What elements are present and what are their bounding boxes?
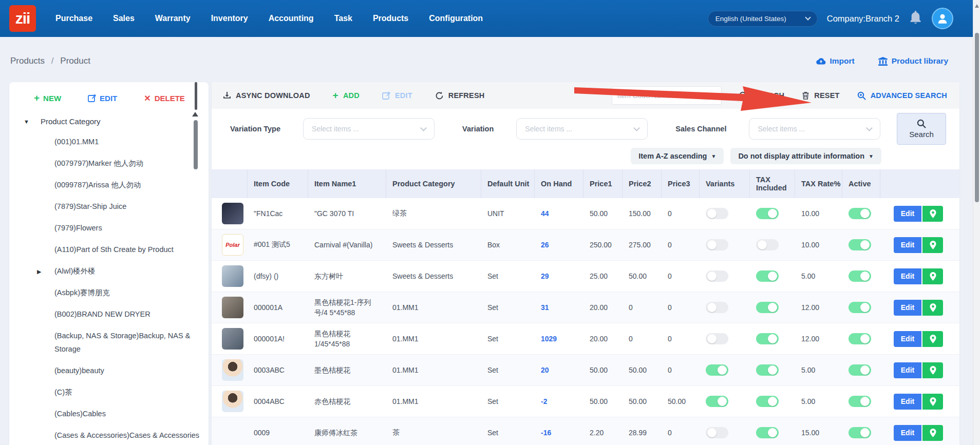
new-category-button[interactable]: + NEW — [34, 92, 61, 104]
category-item-asbpk[interactable]: (Asbpk)赛博朋克 — [54, 282, 201, 303]
scrollbar-handle[interactable] — [975, 33, 979, 202]
product-library-button[interactable]: Product library — [878, 56, 948, 66]
tax-included-toggle-on[interactable] — [756, 333, 779, 344]
language-select[interactable]: English (United States) — [708, 11, 818, 27]
variants-toggle-on[interactable] — [706, 396, 728, 407]
active-toggle-on[interactable] — [849, 427, 871, 438]
location-button[interactable] — [922, 362, 943, 378]
variation-type-select[interactable]: Select items ... — [303, 118, 435, 140]
edit-row-button[interactable]: Edit — [894, 300, 921, 316]
active-toggle-on[interactable] — [849, 239, 871, 250]
category-item-7879-star-ship-juice[interactable]: (7879)Star-Ship Juice — [54, 196, 201, 217]
category-item-cables-cables[interactable]: (Cables)Cables — [54, 403, 201, 424]
location-button[interactable] — [922, 237, 943, 253]
category-item-cases-accessories-cases-accessories[interactable]: (Cases & Accessories)Cases & Accessories — [54, 424, 201, 445]
category-item-b002-brand-new-dryer[interactable]: (B002)BRAND NEW DRYER — [54, 303, 201, 325]
tax-included-toggle-on[interactable] — [756, 396, 779, 407]
active-toggle-on[interactable] — [849, 302, 871, 313]
window-scrollbar[interactable] — [973, 0, 980, 445]
on-hand-link[interactable]: -2 — [541, 397, 547, 405]
category-item-beauty-beauty[interactable]: (beauty)beauty — [54, 360, 201, 381]
variants-toggle-on[interactable] — [706, 364, 728, 376]
category-item-0099787-arissa[interactable]: (0099787)Arissa 他人勿动 — [54, 174, 201, 196]
on-hand-link[interactable]: 29 — [541, 272, 549, 280]
reset-button[interactable]: RESET — [802, 91, 839, 100]
active-toggle-on[interactable] — [849, 333, 871, 344]
caret-down-icon[interactable]: ▼ — [24, 119, 29, 125]
active-toggle-on[interactable] — [849, 396, 871, 407]
edit-row-button[interactable]: Edit — [894, 425, 921, 441]
nav-item-sales[interactable]: Sales — [113, 14, 135, 23]
nav-item-configuration[interactable]: Configuration — [429, 14, 483, 23]
user-avatar[interactable] — [932, 8, 953, 29]
sales-channel-select[interactable]: Select items ... — [749, 118, 880, 140]
nav-item-task[interactable]: Task — [334, 14, 352, 23]
nav-item-accounting[interactable]: Accounting — [269, 14, 314, 23]
edit-product-button[interactable]: EDIT — [382, 91, 412, 100]
category-item-backup-nas-storage-backup-nas-storage[interactable]: (Backup, NAS & Storage)Backup, NAS & Sto… — [54, 325, 201, 360]
refresh-button[interactable]: REFRESH — [435, 91, 485, 100]
app-logo[interactable]: zii — [9, 5, 36, 32]
location-button[interactable] — [922, 268, 943, 284]
category-item-c[interactable]: (C)茶 — [54, 381, 201, 403]
notifications-bell-icon[interactable] — [909, 10, 922, 27]
variants-toggle-off[interactable] — [706, 208, 728, 219]
edit-row-button[interactable]: Edit — [894, 268, 921, 284]
location-button[interactable] — [922, 425, 943, 441]
active-toggle-on[interactable] — [849, 364, 871, 376]
category-item-7979-flowers[interactable]: (7979)Flowers — [54, 217, 201, 239]
on-hand-link[interactable]: 20 — [541, 366, 549, 374]
caret-right-icon[interactable]: ▶ — [37, 265, 41, 278]
location-button[interactable] — [922, 300, 943, 316]
variants-toggle-off[interactable] — [706, 333, 728, 344]
nav-item-products[interactable]: Products — [373, 14, 408, 23]
nav-item-warranty[interactable]: Warranty — [155, 14, 191, 23]
on-hand-link[interactable]: 26 — [541, 241, 549, 249]
nav-item-inventory[interactable]: Inventory — [211, 14, 248, 23]
sidebar-scrollbar-top[interactable] — [195, 82, 197, 110]
location-button[interactable] — [922, 206, 943, 222]
category-item-001-01-mm1[interactable]: (001)01.MM1 — [54, 131, 201, 152]
tax-included-toggle-on[interactable] — [756, 364, 779, 376]
attribute-display-dropdown[interactable]: Do not display attribute information ▼ — [730, 148, 881, 164]
variation-select[interactable]: Select items ... — [516, 118, 648, 140]
add-product-button[interactable]: + ADD — [333, 90, 360, 101]
edit-row-button[interactable]: Edit — [894, 394, 921, 410]
sidebar-scrollbar-handle[interactable] — [194, 120, 198, 169]
category-tree-root[interactable]: ▼ Product Category — [9, 111, 209, 131]
edit-category-button[interactable]: EDIT — [88, 94, 117, 103]
tax-included-toggle-on[interactable] — [756, 208, 779, 219]
category-item-a110-part-of-sth-create-by-product[interactable]: (A110)Part of Sth Create by Product — [54, 239, 201, 260]
variants-toggle-off[interactable] — [706, 302, 728, 313]
search-button[interactable]: SEARCH — [739, 91, 784, 100]
advanced-search-button[interactable]: ADVANCED SEARCH — [857, 91, 947, 100]
import-button[interactable]: Import — [816, 56, 855, 66]
tax-included-toggle-on[interactable] — [756, 302, 779, 313]
category-item-0079797-marker[interactable]: (0079797)Marker 他人勿动 — [54, 152, 201, 174]
active-toggle-on[interactable] — [849, 208, 871, 219]
edit-row-button[interactable]: Edit — [894, 237, 921, 253]
search-input[interactable] — [612, 86, 722, 105]
variants-toggle-off[interactable] — [706, 427, 728, 438]
category-item-alwl[interactable]: ▶(Alwl)楼外楼 — [54, 260, 201, 282]
nav-item-purchase[interactable]: Purchase — [55, 14, 92, 23]
async-download-button[interactable]: ASYNC DOWNLOAD — [223, 91, 310, 100]
tax-included-toggle-on[interactable] — [756, 270, 779, 282]
edit-row-button[interactable]: Edit — [894, 331, 921, 347]
breadcrumb-parent[interactable]: Products — [10, 56, 45, 66]
filter-search-button[interactable]: Search — [897, 113, 946, 145]
variants-toggle-off[interactable] — [706, 239, 728, 250]
tax-included-toggle-off[interactable] — [756, 239, 779, 250]
location-button[interactable] — [922, 331, 943, 347]
on-hand-link[interactable]: 31 — [541, 303, 549, 312]
on-hand-link[interactable]: -16 — [541, 429, 551, 437]
variants-toggle-off[interactable] — [706, 270, 728, 282]
on-hand-link[interactable]: 44 — [541, 209, 549, 218]
scrollbar-up-arrow[interactable] — [975, 4, 979, 8]
location-button[interactable] — [922, 394, 943, 410]
delete-category-button[interactable]: ✕ DELETE — [144, 93, 185, 103]
sidebar-scrollbar-up-arrow[interactable] — [192, 112, 198, 117]
edit-row-button[interactable]: Edit — [894, 206, 921, 222]
edit-row-button[interactable]: Edit — [894, 362, 921, 378]
active-toggle-on[interactable] — [849, 270, 871, 282]
